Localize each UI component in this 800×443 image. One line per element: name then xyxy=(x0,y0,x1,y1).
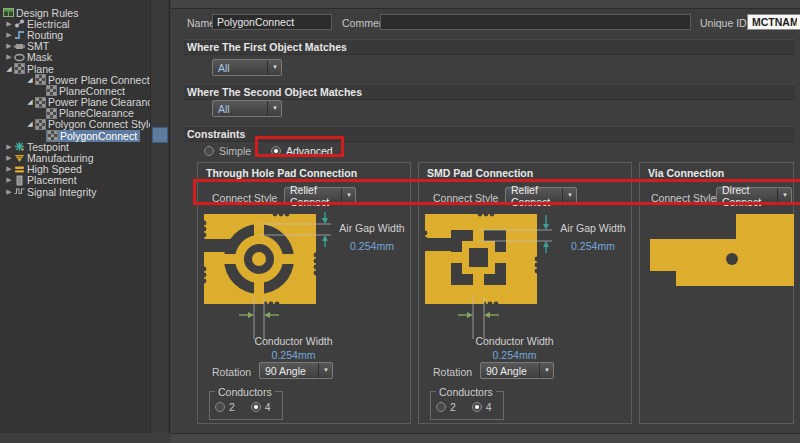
tree-item-placement[interactable]: ▶Placement xyxy=(0,175,150,186)
tree-item-testpoint[interactable]: ▶Testpoint xyxy=(0,141,150,152)
collapsed-arrow-icon[interactable]: ▶ xyxy=(4,53,14,61)
panel-title: Via Connection xyxy=(648,167,724,179)
tree-item-planeclearance[interactable]: PlaneClearance xyxy=(0,108,150,119)
tree-item-smt[interactable]: ▶SMT xyxy=(0,41,150,52)
thermal-relief-square-pad-diagram xyxy=(422,211,557,341)
tree-item-signal-integrity[interactable]: ▶Signal Integrity xyxy=(0,186,150,197)
tree-item-label: Electrical xyxy=(27,18,70,30)
collapsed-arrow-icon[interactable]: ▶ xyxy=(4,143,14,151)
air-gap-width-label: Air Gap Width xyxy=(559,222,627,234)
first-object-matches-header: Where The First Object Matches xyxy=(184,39,795,55)
expanded-arrow-icon[interactable]: ◢ xyxy=(25,98,35,106)
grid-icon xyxy=(46,108,57,119)
conductors-groupbox: Conductors 2 4 xyxy=(430,391,504,420)
name-input[interactable] xyxy=(212,14,332,30)
rule-editor-pane: Name Comment Unique ID Where The First O… xyxy=(171,0,800,443)
comment-input[interactable] xyxy=(380,14,691,30)
high-speed-icon xyxy=(14,164,25,175)
smd-rotation-dropdown[interactable]: 90 Angle ▼ xyxy=(480,362,554,379)
tree-item-label: High Speed xyxy=(27,163,82,175)
expanded-arrow-icon[interactable]: ◢ xyxy=(25,76,35,84)
placement-icon xyxy=(14,175,25,186)
conductors-4-radio[interactable] xyxy=(472,402,482,412)
collapsed-arrow-icon[interactable]: ▶ xyxy=(4,188,14,196)
tree-item-polygon-connect-style[interactable]: ◢Polygon Connect Style xyxy=(0,119,150,130)
grid-icon xyxy=(14,63,25,74)
design-rules-sidebar: Design Rules▶Electrical▶Routing▶SMT▶Mask… xyxy=(0,0,170,433)
collapsed-arrow-icon[interactable]: ▶ xyxy=(4,42,14,50)
tree-item-plane[interactable]: ◢Plane xyxy=(0,63,150,74)
tree-item-polygonconnect[interactable]: PolygonConnect xyxy=(0,130,150,141)
tree-item-label: Polygon Connect Style xyxy=(48,118,150,130)
collapsed-arrow-icon[interactable]: ▶ xyxy=(4,31,14,39)
second-object-matches-header: Where The Second Object Matches xyxy=(184,84,795,100)
conductor-width-label: Conductor Width xyxy=(447,335,582,347)
bottom-scrollbar-strip[interactable] xyxy=(171,433,800,443)
simple-radio[interactable] xyxy=(204,146,214,156)
collapsed-arrow-icon[interactable]: ▶ xyxy=(4,176,14,184)
expanded-arrow-icon[interactable]: ◢ xyxy=(25,120,35,128)
conductors-label: Conductors xyxy=(215,386,275,398)
tree-item-design-rules[interactable]: Design Rules xyxy=(0,7,150,18)
polygon-connect-rule-dialog: Design Rules▶Electrical▶Routing▶SMT▶Mask… xyxy=(0,0,800,443)
first-object-scope-dropdown[interactable]: All ▼ xyxy=(212,59,282,76)
connect-style-highlight-box xyxy=(193,179,800,205)
tree-item-label: PlaneClearance xyxy=(59,107,134,119)
sidebar-scrollbar[interactable] xyxy=(150,0,168,433)
unique-id-label: Unique ID xyxy=(700,17,747,29)
grid-icon xyxy=(35,74,46,85)
tree-item-routing[interactable]: ▶Routing xyxy=(0,29,150,40)
tree-item-electrical[interactable]: ▶Electrical xyxy=(0,18,150,29)
testpoint-icon xyxy=(14,141,25,152)
rotation-label: Rotation xyxy=(212,366,251,378)
thermal-relief-round-pad-diagram xyxy=(201,211,336,341)
conductors-4-radio[interactable] xyxy=(251,402,261,412)
grid-icon xyxy=(35,97,46,108)
simple-radio-label: Simple xyxy=(219,145,251,157)
second-object-scope-value: All xyxy=(218,103,230,115)
conductors-label: Conductors xyxy=(436,386,496,398)
expanded-arrow-icon[interactable]: ◢ xyxy=(4,65,14,73)
conductors-2-label: 2 xyxy=(450,401,456,413)
unique-id-input[interactable] xyxy=(747,14,800,30)
tree-item-label: Plane xyxy=(27,63,54,75)
tree-item-label: Power Plane Clearance xyxy=(48,96,150,108)
tree-item-power-plane-clearance[interactable]: ◢Power Plane Clearance xyxy=(0,97,150,108)
tree-item-mask[interactable]: ▶Mask xyxy=(0,52,150,63)
signal-integrity-icon xyxy=(14,186,25,197)
advanced-highlight-box xyxy=(255,136,344,157)
conductor-width-value: 0.254mm xyxy=(226,349,361,361)
collapsed-arrow-icon[interactable]: ▶ xyxy=(4,165,14,173)
conductors-2-radio[interactable] xyxy=(215,402,225,412)
tree-item-label: SMT xyxy=(27,40,49,52)
conductors-groupbox: Conductors 2 4 xyxy=(209,391,283,420)
manufacturing-icon xyxy=(14,153,25,164)
selected-tree-item-highlight: PolygonConnect xyxy=(46,130,140,142)
routing-icon xyxy=(14,29,25,40)
through-hole-rotation-dropdown[interactable]: 90 Angle ▼ xyxy=(259,362,333,379)
sidebar-scrollbar-thumb[interactable] xyxy=(152,127,168,143)
grid-icon xyxy=(35,119,46,130)
conductors-4-label: 4 xyxy=(265,401,271,413)
collapsed-arrow-icon[interactable]: ▶ xyxy=(4,20,14,28)
electrical-icon xyxy=(14,18,25,29)
air-gap-width-value: 0.254mm xyxy=(338,240,406,252)
tree-item-manufacturing[interactable]: ▶Manufacturing xyxy=(0,152,150,163)
tree-item-label: Testpoint xyxy=(27,141,69,153)
tree-item-high-speed[interactable]: ▶High Speed xyxy=(0,164,150,175)
panel-title: Through Hole Pad Connection xyxy=(206,167,357,179)
collapsed-arrow-icon[interactable]: ▶ xyxy=(4,154,14,162)
smt-icon xyxy=(14,41,25,52)
top-divider-strip xyxy=(171,0,800,9)
tree-item-label: PlaneConnect xyxy=(59,85,125,97)
rotation-label: Rotation xyxy=(433,366,472,378)
conductor-width-label: Conductor Width xyxy=(226,335,361,347)
tree-item-label: PolygonConnect xyxy=(60,130,137,142)
tree-item-planeconnect[interactable]: PlaneConnect xyxy=(0,85,150,96)
tree-item-power-plane-connect-style[interactable]: ◢Power Plane Connect Style xyxy=(0,74,150,85)
second-object-scope-dropdown[interactable]: All ▼ xyxy=(212,100,282,117)
conductors-4-label: 4 xyxy=(486,401,492,413)
grid-icon xyxy=(46,85,57,96)
tree-item-label: Mask xyxy=(27,51,52,63)
conductors-2-radio[interactable] xyxy=(436,402,446,412)
